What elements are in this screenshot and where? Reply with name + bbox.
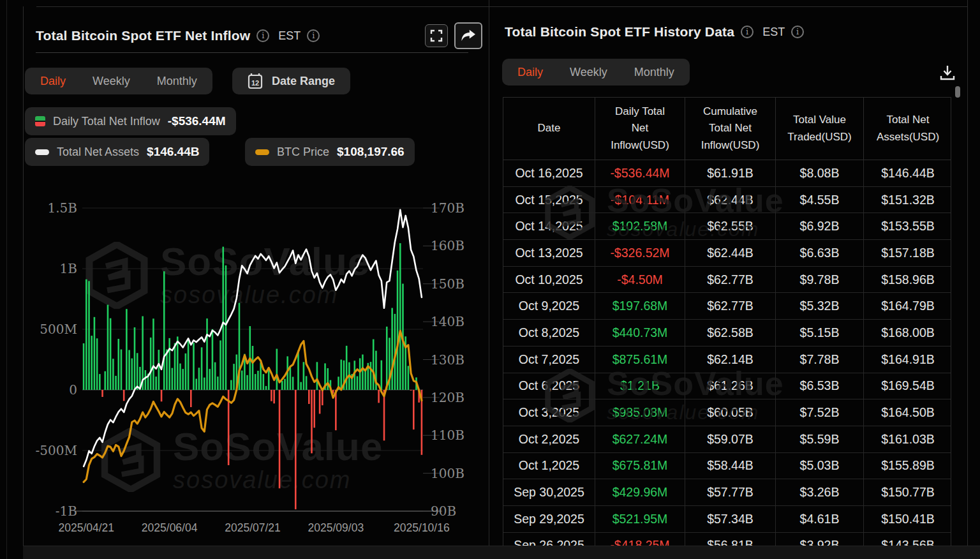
assets-cell: $164.91B [864,347,951,373]
date-cell: Oct 15,2025 [503,187,595,214]
inflow-bar-positive [150,338,152,390]
inflow-bar-positive [88,281,90,390]
inflow-bar-positive [85,280,87,390]
inflow-bar-positive [94,317,96,390]
inflow-bar-negative [319,390,321,414]
traded-cell: $4.61B [776,506,864,533]
inflow-bar-positive [391,308,393,390]
inflow-bar-positive [359,358,361,390]
inflow-bar-positive [346,346,348,390]
chart-canvas[interactable]: 1.5B1B500M0-500M-1B170B160B150B140B130B1… [24,191,489,546]
date-cell: Oct 9,2025 [503,293,595,320]
traded-cell: $7.78B [776,347,864,373]
inflow-bar-positive [168,338,170,390]
inflow-bar-positive [265,386,267,390]
inflow-bar-positive [386,327,388,390]
inflow-bar-positive [179,364,181,390]
inflow-bar-negative [123,390,125,401]
etf-dashboard: SoSoValue sosovalue.com SoSoValue sosova… [0,0,980,559]
legend-btc-price[interactable]: BTC Price $108,197.66 [245,138,415,166]
date-range-button[interactable]: 12 Date Range [232,68,350,94]
left-axis-tick-label: 500M [40,322,77,337]
column-header: Total Net Assets(USD) [864,98,951,160]
right-axis-tick-label: 160B [431,238,464,253]
inflow-bar-positive [399,243,401,390]
inflow-bar-positive [214,362,216,390]
table-row: Oct 9,2025$197.68M$62.77B$5.32B$164.79B [503,293,951,320]
share-button[interactable] [454,22,482,49]
table-row: Oct 7,2025$875.61M$62.14B$7.78B$164.91B [503,347,951,373]
tab-daily[interactable]: Daily [517,66,543,79]
timezone-label: EST [278,29,301,43]
history-title: Total Bitcoin Spot ETF History Data [505,24,734,40]
inflow-bar-positive [292,376,294,390]
inflow-bar-negative [295,390,297,509]
cumulative-cell: $61.91B [685,160,776,187]
left-axis-tick-label: 1B [60,261,77,276]
legend-net-inflow[interactable]: Daily Total Net Inflow -$536.44M [25,107,236,135]
inflow-bar-positive [263,374,265,390]
date-cell: Oct 14,2025 [503,213,595,240]
traded-cell: $3.92B [776,533,864,546]
inflow-bar-positive [209,369,211,390]
x-axis-tick-label: 2025/10/16 [394,521,450,534]
chart-period-tabs: DailyWeeklyMonthly [25,68,212,94]
table-period-tabs: DailyWeeklyMonthly [502,59,690,86]
inflow-cell: $429.96M [595,479,685,506]
inflow-cell: -$104.11M [595,187,685,214]
inflow-bar-positive [327,368,329,390]
date-cell: Sep 29,2025 [503,506,595,533]
right-axis-tick-label: 140B [431,314,464,329]
download-button[interactable] [936,61,959,84]
table-scrollbar-thumb[interactable] [955,86,960,98]
traded-cell: $8.08B [776,160,864,187]
tab-monthly[interactable]: Monthly [634,66,674,79]
tab-daily[interactable]: Daily [40,75,66,88]
inflow-cell: $875.61M [595,347,685,373]
page-title: Total Bitcoin Spot ETF Net Inflow [36,28,250,43]
date-cell: Oct 8,2025 [503,320,595,347]
inflow-bar-negative [273,390,275,403]
left-axis-tick-label: -1B [56,503,77,519]
tab-weekly[interactable]: Weekly [570,66,607,79]
inflow-bar-positive [219,340,221,390]
inflow-bar-positive [158,350,160,390]
info-icon[interactable]: i [256,29,269,42]
inflow-bar-positive [303,362,305,390]
left-axis-tick-label: 1.5B [47,200,77,216]
inflow-cell: $521.95M [595,506,685,533]
inflow-cell: $627.24M [595,426,685,453]
info-icon[interactable]: i [307,29,320,42]
inflow-bar-positive [381,361,383,390]
date-cell: Sep 30,2025 [503,479,595,506]
table-row: Oct 14,2025$102.58M$62.55B$6.92B$153.55B [503,213,951,240]
right-axis-tick-label: 130B [431,352,464,368]
left-axis-tick-label: -500M [36,443,77,458]
cumulative-cell: $62.14B [685,347,776,373]
traded-cell: $7.52B [776,399,864,426]
etf-combo-chart[interactable]: 1.5B1B500M0-500M-1B170B160B150B140B130B1… [24,191,489,546]
assets-cell: $168.00B [864,320,951,347]
tab-monthly[interactable]: Monthly [157,75,197,88]
legend-net-assets[interactable]: Total Net Assets $146.44B [25,138,209,166]
inflow-bar-positive [126,309,128,390]
date-cell: Oct 1,2025 [503,453,595,480]
inflow-bar-positive [99,374,101,390]
table-body[interactable]: Oct 16,2025-$536.44M$61.91B$8.08B$146.44… [503,160,951,546]
history-data-panel: SoSoValue sosovalue.com SoSoValue sosova… [489,0,967,546]
column-header: Total Value Traded(USD) [776,98,864,160]
table-row: Oct 1,2025$675.81M$58.44B$5.03B$155.89B [503,453,951,480]
cumulative-cell: $62.44B [685,240,776,267]
info-icon[interactable]: i [791,26,804,38]
inflow-bar-positive [370,362,372,390]
traded-cell: $9.78B [776,267,864,294]
inflow-cell: $675.81M [595,453,685,480]
info-icon[interactable]: i [741,26,754,38]
fullscreen-icon [430,29,443,42]
assets-cell: $164.79B [864,293,951,320]
net-inflow-panel: SoSoValue sosovalue.com SoSoValue sosova… [23,6,489,546]
inflow-bar-positive [225,265,227,390]
tab-weekly[interactable]: Weekly [93,75,130,88]
inflow-bar-negative [190,390,192,407]
fullscreen-button[interactable] [425,24,448,47]
